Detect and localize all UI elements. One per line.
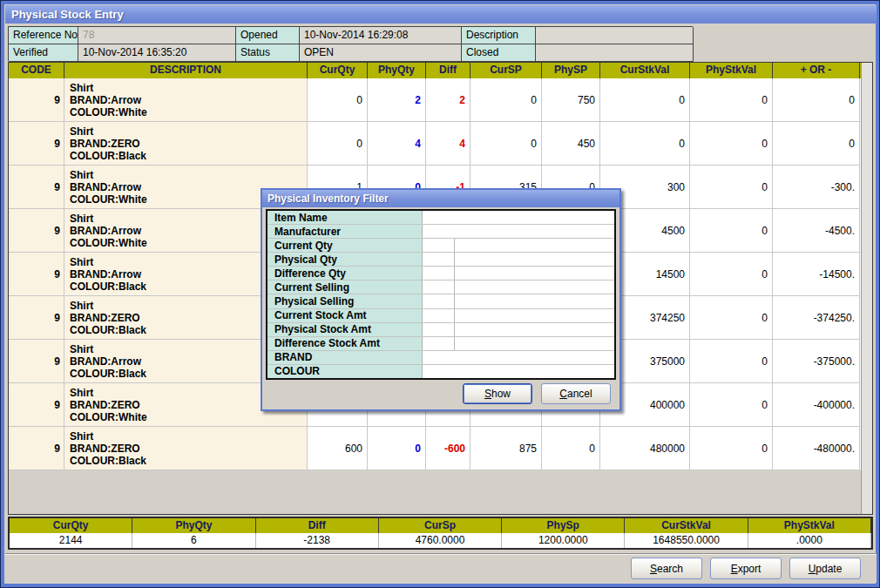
cell-phyqty: 4 [368, 122, 426, 166]
filter-input-difference-stock-amt[interactable] [455, 337, 614, 350]
filter-input-manufacturer[interactable] [423, 225, 614, 238]
summary-col-phystkval: PhyStkVal [748, 518, 871, 533]
filter-input-physical-qty[interactable] [455, 253, 614, 266]
filter-input-physical-stock-amt[interactable] [455, 323, 614, 336]
cell-phystkval: 0 [690, 296, 773, 340]
filter-input-current-qty[interactable] [455, 239, 614, 252]
summary-col-physp: PhySp [502, 518, 625, 533]
cell-code: 9 [9, 383, 64, 427]
filter-label-physical-selling: Physical Selling [267, 294, 423, 308]
filter-row-current-qty: Current Qty [267, 239, 614, 253]
filter-input-current-qty-op[interactable] [423, 239, 455, 252]
column-header-phyqty: PhyQty [368, 63, 426, 78]
cancel-button[interactable]: Cancel [541, 383, 611, 404]
summary-value-physp: 1200.0000 [502, 533, 625, 548]
filter-input-physical-stock-amt-op[interactable] [423, 323, 455, 336]
table-row[interactable]: 9ShirtBRAND:ArrowCOLOUR:White0220750000 [9, 78, 861, 122]
cell-phystkval: 0 [690, 209, 773, 253]
column-header-cursp: CurSP [470, 63, 542, 78]
column-header-description: DESCRIPTION [64, 63, 308, 78]
closed-label: Closed [462, 44, 536, 62]
cell-curstkval: 0 [600, 78, 690, 122]
cell-code: 9 [9, 209, 64, 253]
column-header-phystkval: PhyStkVal [690, 63, 773, 78]
verified-label: Verified [9, 44, 78, 62]
physical-stock-entry-window: Physical Stock Entry Reference No 78 Ope… [0, 0, 880, 588]
cell-plus-or-minus: 0 [773, 78, 860, 122]
cell-curqty: 0 [308, 78, 368, 122]
table-right-filler [861, 63, 872, 514]
update-button[interactable]: Update [789, 558, 861, 579]
column-header-curqty: CurQty [308, 63, 368, 78]
filter-label-difference-stock-amt: Difference Stock Amt [267, 337, 423, 350]
opened-value: 10-Nov-2014 16:29:08 [300, 27, 462, 44]
status-label: Status [236, 44, 300, 62]
cell-physp: 450 [542, 122, 600, 166]
cell-curstkval: 0 [600, 122, 690, 166]
filter-label-difference-qty: Difference Qty [267, 267, 423, 280]
summary-col-cursp: CurSp [379, 518, 502, 533]
cell-code: 9 [9, 78, 64, 122]
cell-diff: 2 [426, 78, 470, 122]
filter-input-current-selling[interactable] [455, 280, 614, 294]
filter-input-colour[interactable] [423, 365, 614, 378]
summary-col-diff: Diff [256, 518, 379, 533]
description-label: Description [462, 27, 536, 44]
filter-row-difference-qty: Difference Qty [267, 267, 614, 280]
summary-value-cursp: 4760.0000 [379, 533, 502, 548]
physical-inventory-filter-dialog: Physical Inventory Filter Item NameManuf… [261, 188, 621, 411]
filter-row-manufacturer: Manufacturer [267, 225, 614, 239]
cell-code: 9 [9, 253, 64, 296]
filter-label-current-qty: Current Qty [267, 239, 423, 252]
show-button[interactable]: Show [463, 383, 532, 404]
action-bar: SearchExportUpdate [5, 553, 877, 583]
cell-phystkval: 0 [690, 253, 773, 296]
filter-input-current-selling-op[interactable] [423, 280, 455, 294]
stock-table-header: CODEDESCRIPTIONCurQtyPhyQtyDiffCurSPPhyS… [9, 63, 861, 78]
cell-phystkval: 0 [690, 340, 773, 383]
dialog-button-row: ShowCancel [463, 383, 611, 404]
table-row[interactable]: 9ShirtBRAND:ZEROCOLOUR:Black6000-6008750… [9, 427, 861, 470]
column-header-curstkval: CurStkVal [600, 63, 690, 78]
filter-input-difference-qty[interactable] [455, 267, 614, 280]
cell-code: 9 [9, 427, 64, 470]
cell-phystkval: 0 [690, 427, 773, 470]
filter-row-colour: COLOUR [267, 365, 614, 378]
cell-diff: -600 [426, 427, 470, 470]
filter-input-brand[interactable] [423, 351, 614, 364]
filter-input-physical-selling-op[interactable] [423, 294, 455, 308]
cell-cursp: 0 [470, 122, 542, 166]
summary-value-phystkval: .0000 [748, 533, 871, 548]
filter-row-item-name: Item Name [267, 211, 614, 225]
filter-input-current-stock-amt[interactable] [455, 309, 614, 322]
column-header-code: CODE [9, 63, 64, 78]
cell-plus-or-minus: -300. [773, 166, 860, 209]
export-button[interactable]: Export [710, 558, 782, 579]
cell-plus-or-minus: 0 [773, 122, 860, 166]
cell-physp: 750 [542, 78, 600, 122]
filter-row-physical-selling: Physical Selling [267, 294, 614, 308]
filter-input-item-name[interactable] [423, 211, 614, 224]
verified-value: 10-Nov-2014 16:35:20 [78, 44, 236, 62]
filter-input-physical-selling[interactable] [455, 294, 614, 308]
cell-phyqty: 0 [368, 427, 426, 470]
dialog-title: Physical Inventory Filter [267, 193, 389, 205]
cell-plus-or-minus: -400000. [773, 383, 860, 427]
search-button[interactable]: Search [631, 558, 702, 579]
window-titlebar: Physical Stock Entry [5, 5, 877, 24]
summary-values-row: 21446-21384760.00001200.00001648550.0000… [10, 533, 871, 548]
cell-phystkval: 0 [690, 122, 773, 166]
cell-diff: 4 [426, 122, 470, 166]
filter-label-current-stock-amt: Current Stock Amt [267, 309, 423, 322]
cell-code: 9 [9, 166, 64, 209]
column-header-diff: Diff [426, 63, 470, 78]
table-row[interactable]: 9ShirtBRAND:ZEROCOLOUR:Black0440450000 [9, 122, 861, 166]
filter-input-current-stock-amt-op[interactable] [423, 309, 455, 322]
filter-input-physical-qty-op[interactable] [423, 253, 455, 266]
filter-label-colour: COLOUR [267, 365, 423, 378]
filter-input-difference-stock-amt-op[interactable] [423, 337, 455, 350]
column-header-or: + OR - [773, 63, 860, 78]
cell-cursp: 875 [470, 427, 542, 470]
dialog-titlebar: Physical Inventory Filter [262, 190, 619, 207]
filter-input-difference-qty-op[interactable] [423, 267, 455, 280]
